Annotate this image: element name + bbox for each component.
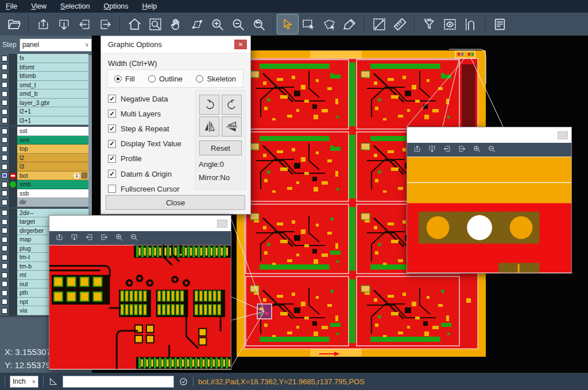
layer-row-layer_3.gbr[interactable]: layer_3.gbr bbox=[0, 99, 92, 108]
layer-checkbox-cell[interactable] bbox=[0, 162, 9, 171]
layer-checkbox-cell[interactable] bbox=[0, 253, 9, 262]
pan-left-button[interactable] bbox=[74, 14, 95, 34]
checkbox-datum-origin[interactable]: ✓Datum & Origin bbox=[108, 166, 181, 181]
layer-name[interactable]: l3+1 bbox=[17, 116, 88, 126]
mirror-horizontal-button[interactable] bbox=[222, 116, 242, 136]
checkbox-box[interactable]: ✓ bbox=[108, 155, 116, 163]
unit-dropdown[interactable]: Inch ∨ bbox=[10, 376, 38, 388]
layer-row-top[interactable]: top bbox=[0, 145, 92, 154]
magnifier-window-detail[interactable] bbox=[49, 215, 231, 370]
layer-name[interactable]: smb bbox=[17, 180, 88, 189]
layer-checkbox[interactable] bbox=[2, 182, 7, 188]
layer-checkbox[interactable] bbox=[2, 272, 7, 278]
layer-name[interactable]: sst bbox=[17, 127, 88, 136]
layer-name[interactable]: l2 bbox=[17, 154, 88, 163]
group-select-button[interactable] bbox=[319, 14, 339, 34]
layer-name[interactable]: smd_t bbox=[17, 81, 88, 90]
measure-ruler-button[interactable] bbox=[389, 14, 410, 34]
layer-checkbox[interactable] bbox=[2, 100, 7, 106]
menu-selection[interactable]: Selection bbox=[60, 2, 90, 10]
magnifier-window-button[interactable] bbox=[558, 131, 568, 139]
measure-line-button[interactable] bbox=[369, 14, 389, 34]
layer-checkbox-cell[interactable] bbox=[0, 171, 9, 181]
filter-button[interactable] bbox=[419, 14, 439, 34]
zoom-previous-button[interactable] bbox=[248, 14, 269, 34]
open-file-button[interactable] bbox=[3, 14, 24, 34]
layer-checkbox-cell[interactable] bbox=[0, 154, 9, 163]
layer-checkbox-cell[interactable] bbox=[0, 99, 9, 108]
layer-checkbox-cell[interactable] bbox=[0, 107, 9, 116]
layer-indicator-cell[interactable] bbox=[9, 171, 17, 181]
radio-outline[interactable]: Outline bbox=[148, 75, 183, 83]
layer-checkbox[interactable] bbox=[2, 118, 7, 123]
layer-row-bfsmb[interactable]: bfsmb bbox=[0, 72, 92, 81]
layer-checkbox[interactable] bbox=[2, 200, 7, 205]
layer-indicator-cell[interactable] bbox=[9, 227, 17, 236]
layer-indicator-cell[interactable] bbox=[9, 81, 17, 90]
dialog-close-button[interactable]: ✕ bbox=[234, 40, 247, 49]
pan-right-button[interactable] bbox=[100, 233, 109, 244]
pan-right-button[interactable] bbox=[95, 14, 115, 34]
magnifier-window-button[interactable] bbox=[217, 220, 227, 228]
layer-checkbox[interactable] bbox=[2, 82, 7, 88]
layer-checkbox-cell[interactable] bbox=[0, 81, 9, 90]
radio-dot[interactable] bbox=[196, 75, 203, 83]
checkbox-negative-data[interactable]: ✓Negative Data bbox=[108, 91, 181, 106]
refresh-icon[interactable] bbox=[179, 377, 188, 387]
layer-checkbox[interactable] bbox=[2, 237, 7, 243]
layer-checkbox[interactable] bbox=[2, 290, 7, 296]
layer-indicator-cell[interactable] bbox=[9, 162, 17, 171]
radio-fill[interactable]: Fill bbox=[114, 75, 135, 83]
radio-skeleton[interactable]: Skeleton bbox=[196, 75, 236, 83]
layer-row-sst[interactable]: sst bbox=[0, 127, 92, 136]
brush-select-button[interactable] bbox=[339, 14, 360, 34]
layer-checkbox[interactable] bbox=[2, 299, 7, 305]
layer-indicator-cell[interactable] bbox=[9, 136, 17, 145]
layer-name[interactable]: bfsmb bbox=[17, 72, 88, 81]
layer-row-l3[interactable]: l3 bbox=[0, 162, 92, 171]
layer-indicator-cell[interactable] bbox=[9, 253, 17, 262]
layer-name[interactable]: fx bbox=[17, 54, 88, 63]
layer-row-dir[interactable]: dir bbox=[0, 198, 92, 207]
layer-checkbox[interactable] bbox=[2, 308, 7, 314]
reset-button[interactable]: Reset bbox=[199, 141, 242, 155]
pan-right-button[interactable] bbox=[458, 145, 466, 155]
layer-indicator-cell[interactable] bbox=[9, 72, 17, 81]
layer-checkbox[interactable] bbox=[2, 128, 7, 134]
radio-dot[interactable] bbox=[114, 75, 122, 83]
layer-name[interactable]: l2+1 bbox=[17, 107, 88, 116]
layer-row-smb[interactable]: smb bbox=[0, 180, 92, 189]
layer-row-ssb[interactable]: ssb bbox=[0, 189, 92, 198]
layer-indicator-cell[interactable] bbox=[9, 127, 17, 136]
layer-checkbox-cell[interactable] bbox=[0, 136, 9, 145]
checkbox-fullscreen-cursor[interactable]: Fullscreen Cursor bbox=[108, 181, 181, 196]
layer-indicator-cell[interactable] bbox=[9, 116, 17, 126]
layer-checkbox[interactable] bbox=[2, 137, 7, 143]
layer-checkbox-cell[interactable] bbox=[0, 288, 9, 298]
layer-indicator-cell[interactable] bbox=[9, 209, 17, 218]
pan-down-button[interactable] bbox=[53, 14, 74, 34]
mirror-vertical-button[interactable] bbox=[199, 116, 219, 136]
layer-checkbox[interactable] bbox=[2, 245, 7, 251]
layer-indicator-cell[interactable] bbox=[9, 298, 17, 307]
layer-row-fx[interactable]: fx bbox=[0, 54, 92, 63]
layer-row-l2[interactable]: l2 bbox=[0, 154, 92, 163]
layer-indicator-cell[interactable] bbox=[9, 288, 17, 298]
layer-name[interactable]: smt bbox=[17, 136, 88, 145]
layer-checkbox-cell[interactable] bbox=[0, 89, 9, 99]
layer-checkbox-cell[interactable] bbox=[0, 180, 9, 189]
view-options-button[interactable] bbox=[439, 14, 460, 34]
layer-name[interactable]: l3 bbox=[17, 162, 88, 171]
menu-help[interactable]: Help bbox=[142, 2, 157, 10]
layer-row-l2+1[interactable]: l2+1 bbox=[0, 107, 92, 116]
pan-left-button[interactable] bbox=[443, 145, 451, 155]
layer-indicator-cell[interactable] bbox=[9, 154, 17, 163]
layer-name[interactable]: dir bbox=[17, 198, 88, 207]
layer-indicator-cell[interactable] bbox=[9, 217, 17, 227]
zoom-window-button[interactable] bbox=[145, 14, 165, 34]
pan-up-button[interactable] bbox=[33, 14, 53, 34]
layer-checkbox[interactable] bbox=[2, 281, 7, 287]
layer-checkbox-cell[interactable] bbox=[0, 235, 9, 244]
layer-checkbox-cell[interactable] bbox=[0, 116, 9, 126]
layer-name[interactable]: bfsmt bbox=[17, 63, 88, 72]
